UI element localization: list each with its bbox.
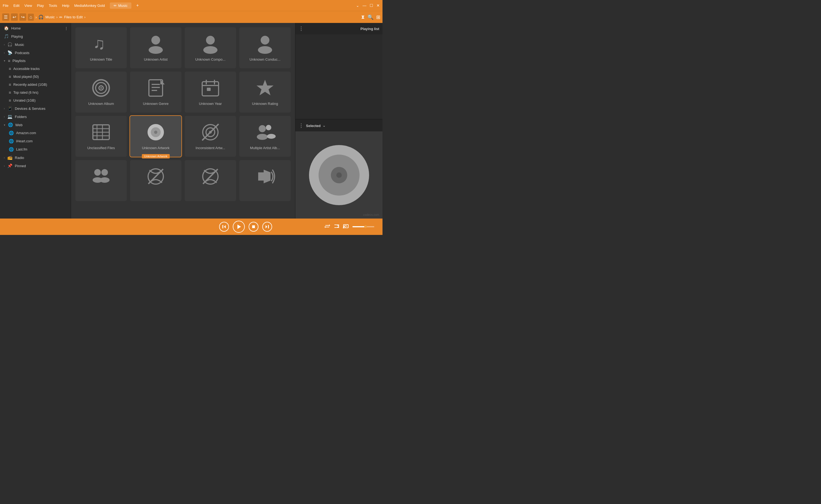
grid-item-unknown-title[interactable]: ♫ Unknown Title (75, 27, 127, 68)
sidebar-item-podcasts[interactable]: › 📡 Podcasts (0, 49, 71, 57)
breadcrumb-files-to-edit[interactable]: Files to Edit (64, 15, 83, 19)
grid-item-unknown-artwork[interactable]: Unknown Artwork Unknown Artwork (130, 116, 181, 157)
maximize-button[interactable]: ☐ (370, 3, 373, 8)
sidebar-toggle-button[interactable]: ☰ (2, 13, 9, 21)
next-button[interactable] (262, 222, 272, 232)
sidebar-item-lastfm[interactable]: 🌐 Last.fm (0, 145, 71, 154)
undo-button[interactable]: ↩ (11, 13, 18, 21)
breadcrumb-music[interactable]: Music (45, 15, 55, 19)
svg-point-42 (100, 177, 110, 183)
sidebar-item-playlists[interactable]: ▾ ≡ Playlists (0, 57, 71, 65)
grid-item-unknown-artist[interactable]: Unknown Artist (130, 27, 181, 68)
panel-dots-bottom[interactable]: ⋮ (299, 123, 304, 129)
svg-point-30 (154, 131, 157, 134)
grid-item-inconsistent-artwork[interactable]: Inconsistent Artw... (185, 116, 236, 157)
menu-file[interactable]: File (3, 4, 8, 8)
play-button[interactable] (233, 221, 245, 233)
sidebar-item-web[interactable]: ▾ 🌐 Web (0, 121, 71, 129)
watermark: codecs.com (363, 213, 379, 216)
close-button[interactable]: ✕ (376, 3, 380, 8)
sidebar-item-recently-added[interactable]: ≡ Recently added (1GB) (0, 81, 71, 89)
unknown-artist-label: Unknown Artist (144, 57, 168, 61)
breadcrumb-chevron3: › (84, 15, 86, 19)
sidebar-item-radio[interactable]: › 📻 Radio (0, 154, 71, 162)
files-to-edit-grid: ♫ Unknown Title Unknown Artist (75, 27, 291, 201)
menu-play[interactable]: Play (37, 4, 44, 8)
recently-added-icon: ≡ (9, 82, 11, 87)
grid-item-unknown-rating[interactable]: Unknown Rating (239, 72, 291, 113)
next-icon (265, 225, 269, 229)
search-button[interactable]: 🔍 (367, 14, 373, 20)
grid-item-unknown-conductor[interactable]: Unknown Conduc... (239, 27, 291, 68)
sidebar-item-amazon[interactable]: 🌐 Amazon.com (0, 129, 71, 137)
tab-icon: ✏ (114, 4, 117, 8)
sidebar-item-top-rated[interactable]: ≡ Top rated (6 hrs) (0, 89, 71, 96)
sidebar-item-playing[interactable]: 🎵 Playing (0, 32, 71, 40)
play-icon (236, 224, 242, 229)
sidebar-item-folders[interactable]: › 💻 Folders (0, 113, 71, 121)
svg-point-35 (259, 125, 266, 132)
unknown-album-icon (90, 77, 112, 99)
repeat-button[interactable] (325, 223, 330, 230)
unknown-conductor-label: Unknown Conduc... (249, 57, 280, 61)
unknown-rating-label: Unknown Rating (252, 102, 278, 106)
menu-tools[interactable]: Tools (49, 4, 57, 8)
grid-item-unknown-genre[interactable]: Unknown Genre (130, 72, 181, 113)
grid-item-row4-2[interactable] (130, 160, 181, 201)
accessible-icon: ≡ (9, 66, 11, 71)
sidebar-item-devices[interactable]: › 📱 Devices & Services (0, 104, 71, 113)
grid-item-unclassified[interactable]: Unclassified Files (75, 116, 127, 157)
grid-item-row4-3[interactable] (185, 160, 236, 201)
shuffle-button[interactable] (334, 223, 339, 230)
folders-icon: 💻 (7, 114, 13, 119)
sidebar: 🏠 Home ⋮ 🎵 Playing › 🎧 Music › 📡 Podcast… (0, 23, 71, 219)
volume-slider[interactable] (352, 226, 374, 227)
row4-3-icon (199, 166, 221, 187)
panel-dots-top[interactable]: ⋮ (299, 26, 304, 32)
nav-bar: ☰ ↩ ↪ ⌂ › 🎧 Music › ✏ Files to Edit › ⧗ … (0, 11, 382, 23)
music-tab[interactable]: ✏ Music (110, 2, 131, 9)
sidebar-item-home[interactable]: 🏠 Home ⋮ (0, 24, 71, 32)
layout-button[interactable]: ⊞ (376, 14, 380, 20)
grid-item-multiple-artist[interactable]: Multiple Artist Alb... (239, 116, 291, 157)
sidebar-item-unrated[interactable]: ≡ Unrated (1GB) (0, 96, 71, 104)
sidebar-item-accessible[interactable]: ≡ Accessible tracks (0, 65, 71, 73)
sidebar-label-unrated: Unrated (1GB) (13, 99, 36, 102)
svg-point-5 (261, 36, 269, 45)
grid-item-unknown-album[interactable]: Unknown Album (75, 72, 127, 113)
home-button[interactable]: ⌂ (28, 14, 34, 21)
home-icon: 🏠 (4, 26, 9, 31)
filter-button[interactable]: ⧗ (361, 14, 365, 20)
sidebar-item-music[interactable]: › 🎧 Music (0, 40, 71, 49)
prev-button[interactable] (219, 222, 229, 232)
sidebar-label-devices: Devices & Services (15, 107, 45, 111)
sidebar-label-top-rated: Top rated (6 hrs) (13, 91, 39, 95)
sidebar-label-recently-added: Recently added (1GB) (13, 83, 47, 87)
window-controls: ⌄ — ☐ ✕ (356, 3, 380, 8)
grid-item-row4-4[interactable] (239, 160, 291, 201)
sidebar-item-iheart[interactable]: 🌐 iHeart.com (0, 137, 71, 145)
redo-button[interactable]: ↪ (19, 13, 26, 21)
sidebar-dots-home[interactable]: ⋮ (64, 26, 68, 30)
grid-item-unknown-composer[interactable]: Unknown Compo... (185, 27, 236, 68)
grid-item-row4-1[interactable] (75, 160, 127, 201)
volume-dot (364, 225, 367, 228)
selected-chevron-icon[interactable]: ⌄ (323, 124, 325, 128)
grid-item-unknown-year[interactable]: Unknown Year (185, 72, 236, 113)
menu-view[interactable]: View (24, 4, 32, 8)
menu-mediamonkey[interactable]: MediaMonkey Gold (74, 4, 105, 8)
album-art-svg (306, 142, 372, 208)
cast-icon (343, 223, 349, 229)
dropdown-icon[interactable]: ⌄ (356, 3, 359, 8)
add-tab-button[interactable]: + (136, 3, 139, 8)
sidebar-label-playlists: Playlists (13, 59, 26, 63)
playing-list-header: ⋮ Playing list (295, 23, 382, 34)
sidebar-item-pinned[interactable]: › 📌 Pinned (0, 162, 71, 170)
unrated-icon: ≡ (9, 98, 11, 103)
menu-help[interactable]: Help (62, 4, 69, 8)
menu-edit[interactable]: Edit (13, 4, 19, 8)
stop-button[interactable] (249, 222, 258, 232)
sidebar-item-most-played[interactable]: ≡ Most played (50) (0, 73, 71, 81)
minimize-button[interactable]: — (363, 3, 366, 8)
cast-button[interactable] (343, 223, 349, 230)
